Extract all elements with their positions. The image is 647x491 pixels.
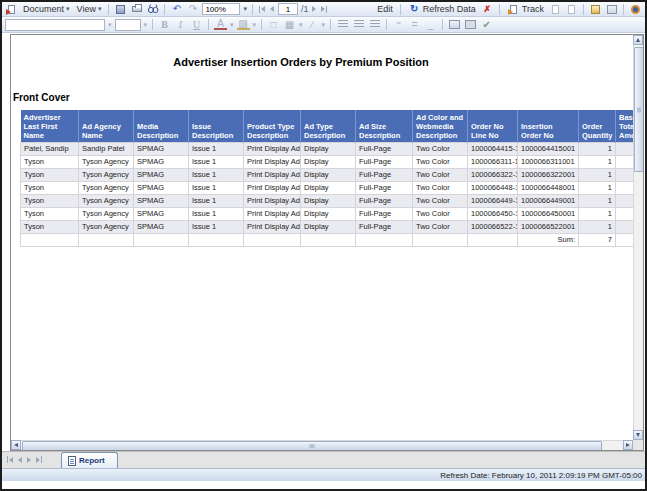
snapshot-icon: [565, 3, 578, 16]
table-cell: Full-Page: [356, 168, 413, 181]
print-icon[interactable]: [130, 3, 143, 16]
scroll-down-icon[interactable]: [633, 430, 643, 440]
table-cell: [616, 168, 634, 181]
table-cell: 1: [579, 181, 616, 194]
table-row: TysonTyson AgencySPMAGIssue 1Print Displ…: [21, 207, 634, 220]
column-header: Order Quantity: [579, 110, 616, 142]
document-menu-button[interactable]: Document▾: [21, 3, 72, 15]
scrollbar-corner: [633, 440, 643, 450]
table-cell: [616, 142, 634, 155]
toolbar-separator: [252, 4, 253, 15]
cancel-refresh-icon[interactable]: ✗: [481, 3, 494, 16]
table-cell: 1: [579, 155, 616, 168]
align-center-icon: [352, 18, 365, 31]
table-cell: 1: [579, 194, 616, 207]
last-tab-button[interactable]: [35, 455, 43, 464]
formatting-toolbar: ▾ ▾ B I U A ▾ ▨ ▾ □ ▦ ▾ ∕ ▾ ⁼ = _: [2, 17, 645, 33]
report-tab-label: Report: [79, 456, 105, 465]
line-style-dropdown-icon: ▾: [322, 21, 326, 29]
font-name-combo[interactable]: [5, 19, 105, 31]
scroll-left-icon[interactable]: [11, 440, 21, 450]
previous-tab-button[interactable]: [17, 456, 23, 464]
previous-page-button[interactable]: [269, 5, 275, 13]
table-cell: Print Display Ad: [244, 155, 301, 168]
background-color-button: ▨: [237, 19, 250, 30]
zoom-input[interactable]: [204, 4, 238, 14]
font-name-input[interactable]: [7, 20, 103, 30]
scroll-right-icon[interactable]: [623, 440, 633, 450]
undo-icon[interactable]: ↶: [170, 3, 183, 16]
last-page-button[interactable]: [320, 5, 328, 14]
first-page-button[interactable]: [258, 5, 266, 14]
table-cell: [616, 181, 634, 194]
table-cell: SPMAG: [134, 168, 189, 181]
horizontal-scrollbar[interactable]: [11, 440, 633, 450]
table-cell: 1000066322-1: [468, 168, 518, 181]
scroll-up-icon[interactable]: [633, 35, 643, 45]
outline-icon[interactable]: [605, 3, 618, 16]
table-cell: 1000066450-1: [468, 207, 518, 220]
zoom-dropdown-icon[interactable]: ▾: [243, 5, 247, 13]
page-number-combo[interactable]: [278, 3, 298, 15]
table-cell: Tyson: [21, 168, 79, 181]
border-button: □: [267, 18, 280, 31]
find-icon[interactable]: [146, 3, 159, 16]
table-row: TysonTyson AgencySPMAGIssue 1Print Displ…: [21, 194, 634, 207]
table-row: TysonTyson AgencySPMAGIssue 1Print Displ…: [21, 168, 634, 181]
zoom-combo[interactable]: [202, 3, 240, 15]
horizontal-scroll-thumb[interactable]: [22, 441, 602, 451]
table-cell: 1: [579, 220, 616, 233]
table-cell: [616, 220, 634, 233]
table-cell: Tyson: [21, 220, 79, 233]
document-badge-icon: [5, 3, 18, 16]
table-cell: Tyson Agency: [79, 168, 134, 181]
table-cell: 1000066448-1: [468, 181, 518, 194]
table-cell: [616, 233, 634, 246]
tab-report[interactable]: Report: [61, 452, 118, 468]
track-label: Track: [522, 4, 544, 14]
refresh-data-button[interactable]: ↻Refresh Data: [406, 2, 478, 17]
first-tab-button[interactable]: [6, 455, 14, 464]
view-menu-label: View: [77, 4, 96, 14]
track-changes-button[interactable]: Track: [505, 2, 546, 17]
table-cell: 1000066322001: [518, 168, 579, 181]
table-cell: [134, 233, 189, 246]
table-cell: SPMAG: [134, 155, 189, 168]
save-icon[interactable]: [114, 3, 127, 16]
font-size-combo[interactable]: [115, 19, 141, 31]
filter-bar-icon[interactable]: [589, 3, 602, 16]
font-size-input[interactable]: [117, 20, 139, 30]
report-panel: Advertiser Insertion Orders by Premium P…: [10, 34, 644, 451]
table-cell: Tyson: [21, 155, 79, 168]
page-number-input[interactable]: [280, 4, 296, 14]
table-cell: Display: [301, 207, 356, 220]
table-cell: Full-Page: [356, 194, 413, 207]
report-title: Advertiser Insertion Orders by Premium P…: [11, 56, 591, 68]
table-cell: Two Color: [413, 220, 468, 233]
toolbar-separator: [164, 4, 165, 15]
column-header: Advertiser Last First Name: [21, 110, 79, 142]
preferences-icon[interactable]: [629, 3, 642, 16]
view-menu-button[interactable]: View▾: [75, 3, 104, 15]
chevron-down-icon: ▾: [66, 5, 70, 13]
next-tab-button[interactable]: [26, 456, 32, 464]
next-page-button[interactable]: [311, 5, 317, 13]
table-cell: Issue 1: [189, 181, 244, 194]
toolbar-separator: [499, 4, 500, 15]
vertical-scroll-thumb[interactable]: [634, 47, 644, 172]
table-cell: Display: [301, 142, 356, 155]
table-cell: SPMAG: [134, 181, 189, 194]
table-row: TysonTyson AgencySPMAGIssue 1Print Displ…: [21, 181, 634, 194]
table-cell: Display: [301, 181, 356, 194]
table-cell: Full-Page: [356, 220, 413, 233]
document-menu-label: Document: [23, 4, 64, 14]
vertical-scrollbar[interactable]: [633, 35, 643, 440]
table-cell: Print Display Ad: [244, 194, 301, 207]
table-cell: SPMAG: [134, 220, 189, 233]
table-cell: Full-Page: [356, 207, 413, 220]
font-name-dropdown-icon[interactable]: ▾: [108, 21, 112, 29]
merge-cells-icon: [464, 18, 477, 31]
align-left-icon: [336, 18, 349, 31]
edit-button[interactable]: Edit: [375, 3, 395, 15]
font-size-dropdown-icon[interactable]: ▾: [144, 21, 148, 29]
